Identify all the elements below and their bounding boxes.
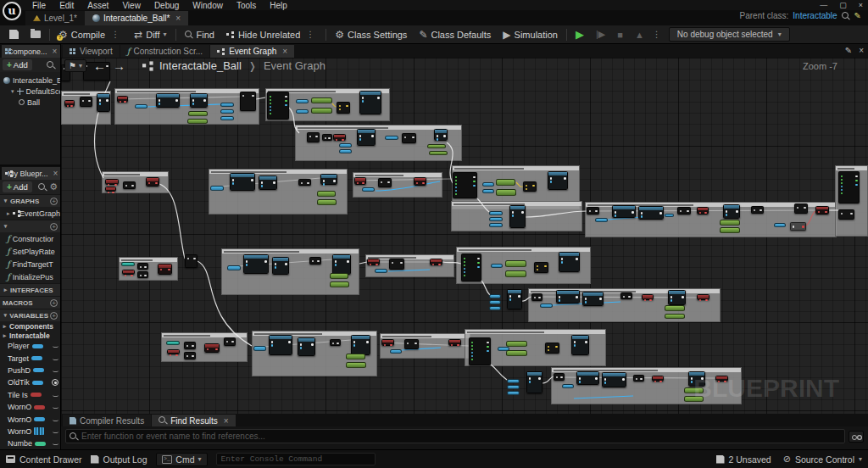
source-control-button[interactable]: ⊘ Source Control ▾ (783, 454, 862, 465)
graph-node[interactable] (489, 306, 501, 310)
graph-node[interactable] (311, 98, 332, 103)
eye-closed-icon[interactable] (53, 369, 58, 372)
graph-node[interactable] (64, 100, 75, 107)
graph-node[interactable] (137, 271, 148, 278)
play-button[interactable]: ▶ (570, 25, 590, 43)
blueprint-item-eventgraph[interactable]: ▸EventGraph (0, 207, 60, 220)
graph-node[interactable] (385, 136, 398, 140)
graph-node[interactable] (381, 339, 394, 346)
breadcrumb-root[interactable]: Interactable_Ball (159, 59, 242, 72)
graph-node[interactable] (496, 189, 516, 196)
graph-node[interactable] (158, 264, 172, 275)
graph-node[interactable] (491, 264, 503, 268)
menu-tools[interactable]: Tools (230, 1, 263, 10)
find-references-input[interactable] (65, 429, 845, 443)
graph-node[interactable] (330, 273, 348, 279)
graph-node[interactable] (815, 206, 829, 214)
unsaved-button[interactable]: 2 Unsaved (716, 454, 771, 465)
edit-icon[interactable]: ✎ (845, 46, 852, 55)
graph-node[interactable] (220, 103, 234, 107)
graph-node[interactable] (587, 207, 599, 214)
tab-components[interactable]: Compone... × (2, 45, 60, 58)
find-in-blueprints-icon[interactable] (849, 431, 864, 443)
graph-node[interactable] (346, 362, 366, 368)
graph-node[interactable] (390, 349, 402, 354)
eye-closed-icon[interactable] (53, 442, 58, 445)
section-header-variables[interactable]: ▾VARIABLES+ (0, 309, 60, 321)
content-drawer-button[interactable]: Content Drawer (6, 454, 82, 465)
variable-row[interactable]: OldTik (0, 376, 60, 388)
add-icon[interactable]: + (50, 312, 58, 320)
simulation-button[interactable]: ▶ Simulation (497, 25, 564, 43)
cmd-dropdown[interactable]: >_ Cmd ▾ (156, 453, 208, 466)
graph-node[interactable] (697, 294, 709, 300)
chevron-down-icon[interactable]: ▾ (3, 223, 8, 230)
graph-node[interactable] (469, 337, 491, 365)
graph-node[interactable] (354, 177, 366, 185)
variable-category-interactable[interactable]: ▸Interactable (0, 331, 60, 340)
variable-category-components[interactable]: ▸Components (0, 321, 60, 331)
graph-node[interactable] (97, 93, 110, 112)
tab-my-blueprint[interactable]: My Bluepr... × (2, 167, 60, 180)
chevron-down-icon[interactable]: ▾ (3, 312, 8, 319)
menu-debug[interactable]: Debug (147, 1, 186, 10)
variable-row[interactable]: Player (0, 340, 60, 352)
nav-forward-button[interactable]: → (113, 60, 125, 72)
graph-node[interactable] (80, 97, 92, 107)
graph-node[interactable] (429, 151, 448, 155)
graph-node[interactable] (556, 290, 580, 304)
component-tree-item[interactable]: ▾DefaultScer (0, 86, 60, 97)
chevron-down-icon[interactable]: ▾ (11, 88, 14, 95)
maximize-button[interactable]: ▢ (839, 1, 847, 9)
tab-level1[interactable]: Level_1* (25, 11, 85, 25)
graph-node[interactable] (489, 211, 503, 215)
graph-node[interactable] (185, 254, 198, 268)
variable-row[interactable]: PushD (0, 365, 60, 376)
section-header-macros[interactable]: MACROS+ (0, 296, 60, 309)
add-icon[interactable]: + (50, 223, 58, 231)
component-tree-item[interactable]: Interactable_Bal (0, 75, 60, 86)
graph-node[interactable] (505, 260, 526, 267)
graph-node[interactable] (489, 300, 501, 304)
graph-node[interactable] (167, 349, 180, 354)
section-header-functions[interactable]: ▾+ (0, 220, 60, 232)
add-icon[interactable]: + (50, 198, 58, 205)
graph-node[interactable] (402, 133, 416, 143)
blueprint-item-initializepus[interactable]: ƒInitializePus (0, 270, 60, 283)
variable-row[interactable]: WornO (0, 401, 60, 413)
variable-row[interactable]: Target (0, 352, 60, 364)
graph-node[interactable] (677, 207, 691, 214)
graph-node[interactable] (652, 376, 664, 382)
graph-node[interactable] (505, 270, 526, 277)
graph-node[interactable] (453, 172, 477, 198)
graph-node[interactable] (838, 209, 854, 220)
graph-node[interactable] (367, 259, 380, 265)
graph-node[interactable] (507, 379, 520, 383)
add-component-button[interactable]: + Add (3, 59, 32, 70)
eye-closed-icon[interactable] (53, 430, 58, 433)
graph-node[interactable] (317, 191, 336, 197)
graph-node[interactable] (668, 290, 686, 305)
graph-node[interactable] (838, 171, 860, 203)
blueprint-item-constructior[interactable]: ƒConstructior (0, 232, 60, 245)
tab-interactable-ball[interactable]: Interactable_Ball* × (85, 11, 188, 25)
graph-node[interactable] (272, 257, 289, 275)
graph-node[interactable] (720, 220, 740, 226)
graph-node[interactable] (307, 132, 320, 142)
graph-node[interactable] (121, 262, 135, 266)
graph-node[interactable] (620, 292, 632, 299)
graph-canvas[interactable]: ⚑ ▾ ← → Interactable_Ball ❭ Event Graph … (61, 58, 868, 414)
graph-node[interactable] (489, 223, 503, 227)
graph-node[interactable] (135, 104, 147, 109)
browse-button[interactable] (25, 25, 47, 43)
graph-node[interactable] (434, 129, 448, 141)
graph-node[interactable] (337, 102, 350, 114)
gear-icon[interactable]: ⚙ (49, 181, 58, 192)
graph-node[interactable] (156, 93, 180, 108)
play-options-icon[interactable]: ⋮ (650, 30, 664, 39)
hide-unrelated-options-icon[interactable]: ⋮ (303, 30, 317, 39)
class-settings-button[interactable]: ⚙ Class Settings (329, 25, 413, 43)
tab-viewport[interactable]: Viewport (63, 45, 120, 58)
graph-node[interactable] (697, 207, 709, 214)
close-tab-icon[interactable]: × (224, 416, 229, 426)
